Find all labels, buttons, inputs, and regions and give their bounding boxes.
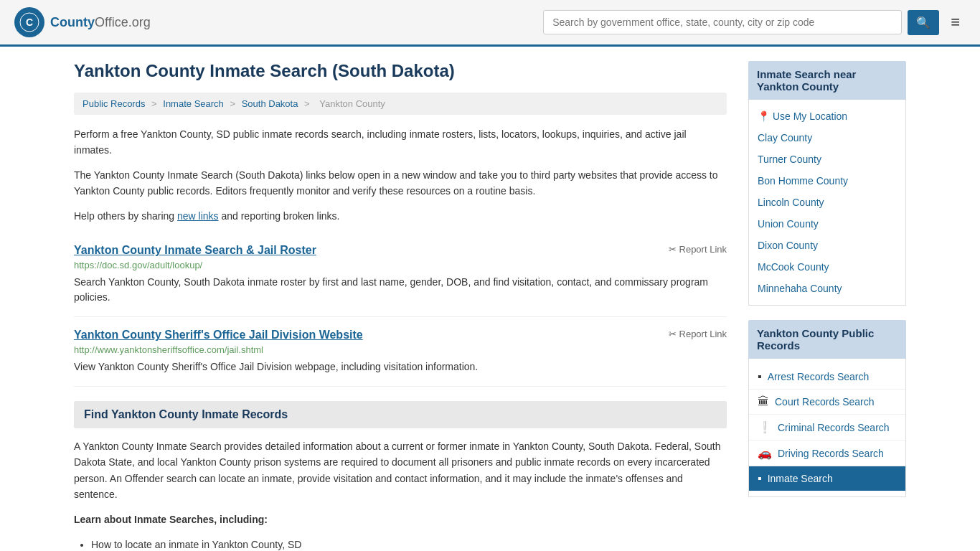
use-my-location[interactable]: 📍 Use My Location xyxy=(749,105,905,127)
nearby-bon-homme-county[interactable]: Bon Homme County xyxy=(749,170,905,192)
breadcrumb-public-records[interactable]: Public Records xyxy=(83,98,145,109)
result-desc-1: Search Yankton County, South Dakota inma… xyxy=(74,275,727,305)
svg-text:C: C xyxy=(26,17,33,28)
result-item-2: Yankton County Sheriff's Office Jail Div… xyxy=(74,317,727,387)
find-section-heading: Find Yankton County Inmate Records xyxy=(74,401,727,428)
nearby-union-county[interactable]: Union County xyxy=(749,213,905,235)
result-title-1[interactable]: Yankton County Inmate Search & Jail Rost… xyxy=(74,244,316,257)
result-item-1: Yankton County Inmate Search & Jail Rost… xyxy=(74,232,727,317)
sidebar: Inmate Search near Yankton County 📍 Use … xyxy=(748,61,906,551)
description-2: The Yankton County Inmate Search (South … xyxy=(74,167,727,199)
find-body-text: A Yankton County Inmate Search provides … xyxy=(74,438,727,503)
hamburger-icon: ≡ xyxy=(951,13,960,31)
main-content: Yankton County Inmate Search (South Dako… xyxy=(74,61,727,551)
breadcrumb-yankton-county: Yankton County xyxy=(319,98,385,109)
arrest-icon: ▪ xyxy=(758,370,762,383)
nearby-lincoln-county[interactable]: Lincoln County xyxy=(749,192,905,213)
report-link-1[interactable]: ✂ Report Link xyxy=(669,244,727,255)
court-icon: 🏛 xyxy=(758,395,769,408)
result-url-1[interactable]: https://doc.sd.gov/adult/lookup/ xyxy=(74,260,727,270)
search-area: 🔍 ≡ xyxy=(543,10,966,35)
report-icon-1: ✂ xyxy=(669,244,677,255)
public-records-list: ▪ Arrest Records Search 🏛 Court Records … xyxy=(748,359,906,497)
report-icon-2: ✂ xyxy=(669,329,677,339)
page-title: Yankton County Inmate Search (South Dako… xyxy=(74,61,727,81)
inmate-icon: ▪ xyxy=(758,472,762,485)
result-title-2[interactable]: Yankton County Sheriff's Office Jail Div… xyxy=(74,329,363,342)
main-container: Yankton County Inmate Search (South Dako… xyxy=(60,47,920,551)
logo-text: CountyOffice.org xyxy=(50,15,151,30)
search-input[interactable] xyxy=(543,10,902,34)
rec-arrest-records[interactable]: ▪ Arrest Records Search xyxy=(749,364,905,390)
logo-area: C CountyOffice.org xyxy=(14,7,151,37)
nearby-dixon-county[interactable]: Dixon County xyxy=(749,235,905,256)
rec-driving-records[interactable]: 🚗 Driving Records Search xyxy=(749,441,905,466)
location-icon: 📍 xyxy=(758,110,770,122)
criminal-icon: ❕ xyxy=(758,420,772,434)
logo-icon: C xyxy=(14,7,44,37)
bullet-1: How to locate an inmate in Yankton Count… xyxy=(91,536,727,551)
nearby-mccook-county[interactable]: McCook County xyxy=(749,256,905,278)
rec-inmate-search[interactable]: ▪ Inmate Search xyxy=(749,466,905,491)
nearby-clay-county[interactable]: Clay County xyxy=(749,127,905,149)
result-header-1: Yankton County Inmate Search & Jail Rost… xyxy=(74,244,727,257)
rec-criminal-records[interactable]: ❕ Criminal Records Search xyxy=(749,415,905,441)
public-records-section-title: Yankton County Public Records xyxy=(748,320,906,359)
new-links-link[interactable]: new links xyxy=(177,210,219,222)
learn-bullets: How to locate an inmate in Yankton Count… xyxy=(91,536,727,551)
nearby-list: 📍 Use My Location Clay County Turner Cou… xyxy=(748,100,906,306)
description-3: Help others by sharing new links and rep… xyxy=(74,208,727,224)
driving-icon: 🚗 xyxy=(758,446,772,460)
header: C CountyOffice.org 🔍 ≡ xyxy=(0,0,980,47)
rec-court-records[interactable]: 🏛 Court Records Search xyxy=(749,390,905,415)
report-link-2[interactable]: ✂ Report Link xyxy=(669,329,727,339)
menu-button[interactable]: ≡ xyxy=(945,10,966,34)
breadcrumb: Public Records > Inmate Search > South D… xyxy=(74,93,727,115)
search-icon: 🔍 xyxy=(916,17,930,29)
result-url-2[interactable]: http://www.yanktonsheriffsoffice.com/jai… xyxy=(74,344,727,355)
result-header-2: Yankton County Sheriff's Office Jail Div… xyxy=(74,329,727,342)
nearby-section-title: Inmate Search near Yankton County xyxy=(748,61,906,100)
description-1: Perform a free Yankton County, SD public… xyxy=(74,126,727,159)
breadcrumb-inmate-search[interactable]: Inmate Search xyxy=(163,98,224,109)
breadcrumb-south-dakota[interactable]: South Dakota xyxy=(242,98,298,109)
nearby-minnehaha-county[interactable]: Minnehaha County xyxy=(749,278,905,299)
learn-heading: Learn about Inmate Searches, including: xyxy=(74,512,727,527)
search-button[interactable]: 🔍 xyxy=(908,10,939,35)
nearby-turner-county[interactable]: Turner County xyxy=(749,149,905,170)
result-desc-2: View Yankton County Sheriff's Office Jai… xyxy=(74,359,727,375)
